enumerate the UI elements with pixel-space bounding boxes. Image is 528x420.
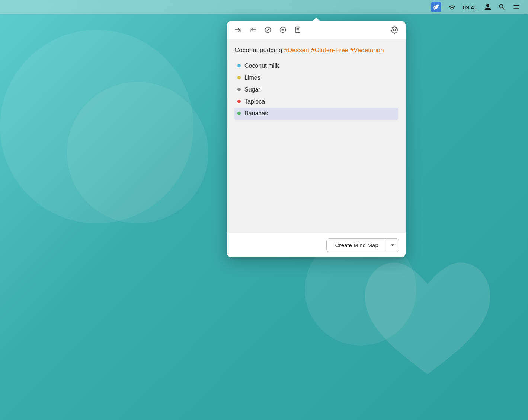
menubar-time: 09:41 [463,4,477,10]
ingredient-name: Tapioca [244,98,265,105]
user-icon[interactable] [484,3,492,11]
bullet-dot [237,76,241,79]
menu-icon[interactable] [512,3,521,11]
list-item: Limes [234,72,398,84]
leaf-icon [433,4,439,10]
popup-footer: Create Mind Map ▾ [227,233,406,257]
ingredient-name: Limes [244,74,260,81]
hash-button[interactable] [278,25,287,34]
create-mind-map-button-group[interactable]: Create Mind Map ▾ [326,238,399,252]
create-dropdown-button[interactable]: ▾ [387,239,399,252]
list-item: Bananas [234,108,398,120]
settings-button[interactable] [390,25,399,34]
wifi-icon [448,4,456,10]
svg-point-14 [394,29,396,31]
list-item: Sugar [234,84,398,96]
ingredient-name: Sugar [244,86,260,93]
popup-content: Coconut pudding #Dessert #Gluten-Free #V… [227,39,406,233]
list-item: Tapioca [234,96,398,108]
recipe-tags: #Dessert #Gluten-Free #Vegetarian [284,47,384,54]
ingredient-name: Bananas [244,110,268,117]
bullet-dot [237,64,241,67]
note-button[interactable] [293,25,302,34]
menubar: 09:41 [0,0,528,14]
recipe-title: Coconut pudding #Dessert #Gluten-Free #V… [234,46,398,55]
svg-point-5 [280,27,286,33]
ingredient-list: Coconut milk Limes Sugar Tapioca Bananas [234,60,398,120]
app-icon[interactable] [431,2,441,12]
list-item: Coconut milk [234,60,398,72]
recipe-name: Coconut pudding [234,47,282,54]
check-button[interactable] [263,25,272,34]
ingredient-name: Coconut milk [244,63,279,69]
bullet-dot [237,88,241,91]
search-icon[interactable] [498,3,506,11]
indent-left-button[interactable] [249,25,257,34]
bullet-dot [237,100,241,103]
create-mind-map-button[interactable]: Create Mind Map [327,239,387,252]
bullet-dot [237,112,241,115]
popup-window: Coconut pudding #Dessert #Gluten-Free #V… [227,21,406,257]
popup-arrow [313,18,320,21]
bg-decoration-heart [349,241,506,398]
chevron-down-icon: ▾ [391,242,394,248]
bg-decoration-circle-2 [67,82,208,223]
popup-toolbar [227,21,406,39]
indent-right-button[interactable] [234,25,243,34]
